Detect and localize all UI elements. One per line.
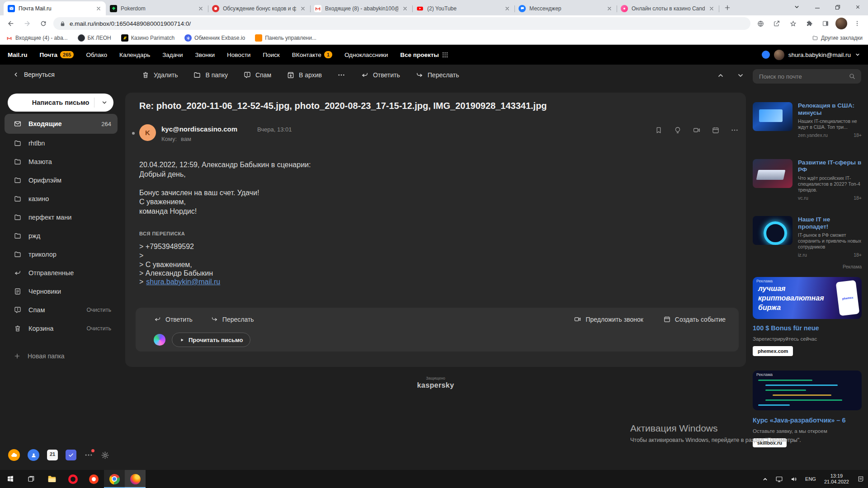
crypto-ad-banner[interactable]: Реклама лучшая криптовалютная биржа phem… bbox=[753, 277, 862, 319]
tab-close-icon[interactable] bbox=[504, 5, 510, 12]
reload-icon[interactable] bbox=[37, 17, 50, 30]
tab-close-icon[interactable] bbox=[708, 5, 715, 12]
crypto-ad-button[interactable]: phemex.com bbox=[753, 346, 793, 356]
bookmark-star-icon[interactable] bbox=[787, 17, 799, 30]
other-bookmarks[interactable]: Другие закладки bbox=[812, 35, 863, 41]
lightbulb-icon[interactable] bbox=[674, 126, 682, 134]
nav-ok[interactable]: Одноклассники bbox=[344, 52, 388, 58]
clock[interactable]: 13:19 21.04.2022 bbox=[820, 473, 854, 485]
next-letter-icon[interactable] bbox=[737, 72, 744, 79]
task-view-button[interactable] bbox=[21, 470, 42, 488]
read-letter-button[interactable]: Прочитать письмо bbox=[172, 333, 250, 347]
network-icon[interactable] bbox=[772, 470, 787, 488]
tab-close-icon[interactable] bbox=[198, 5, 204, 12]
chevron-down-icon[interactable] bbox=[101, 99, 108, 106]
tasks-icon[interactable] bbox=[66, 450, 76, 460]
tab-forum[interactable]: Обсуждение бонус кодов и фр bbox=[208, 1, 310, 15]
history-toggle[interactable]: ВСЯ ПЕРЕПИСКА bbox=[139, 231, 185, 236]
news-item[interactable]: Релокация в США: минусы Наших IT-специал… bbox=[753, 102, 862, 138]
tab-messenger[interactable]: Мессенджер bbox=[514, 1, 617, 15]
close-button[interactable] bbox=[848, 0, 868, 14]
share-icon[interactable] bbox=[770, 17, 783, 30]
tab-youtube[interactable]: (2) YouTube bbox=[412, 1, 514, 15]
contacts-icon[interactable] bbox=[28, 449, 39, 461]
more-actions-button[interactable] bbox=[337, 71, 345, 79]
sender-address-link[interactable]: shura.babykin@mail.ru bbox=[146, 278, 220, 286]
java-ad-banner[interactable]: Реклама bbox=[753, 371, 862, 410]
sidebar-item-inbox[interactable]: Входящие 264 bbox=[5, 114, 118, 134]
sidebar-item-perfect-money[interactable]: перфект мани bbox=[5, 208, 118, 226]
clear-trash-link[interactable]: Очистить bbox=[87, 325, 111, 332]
sender-email[interactable]: kyc@nordiscasino.com bbox=[161, 125, 237, 133]
settings-gear-icon[interactable] bbox=[101, 451, 109, 460]
compose-button[interactable]: Написать письмо bbox=[8, 94, 113, 112]
archive-button[interactable]: В архив bbox=[287, 71, 322, 79]
tab-close-icon[interactable] bbox=[402, 5, 408, 12]
tab-pokerdom[interactable]: Pokerdom bbox=[106, 1, 208, 15]
tab-mailru[interactable]: Почта Mail.ru bbox=[4, 1, 106, 15]
suggest-call-button[interactable]: Предложить звонок bbox=[574, 315, 643, 323]
new-tab-button[interactable] bbox=[721, 1, 734, 14]
forward-icon[interactable] bbox=[21, 17, 33, 30]
delete-button[interactable]: Удалить bbox=[142, 71, 178, 79]
cloud-icon[interactable] bbox=[8, 449, 20, 461]
tab-close-icon[interactable] bbox=[606, 5, 613, 12]
language-indicator[interactable]: ENG bbox=[802, 470, 820, 488]
new-folder-button[interactable]: Новая папка bbox=[14, 352, 65, 360]
nav-pochta[interactable]: Почта265 bbox=[40, 51, 74, 58]
news-item[interactable]: Наше IT не пропадет! IT-рынок в РФ сможе… bbox=[753, 216, 862, 258]
start-button[interactable] bbox=[0, 470, 21, 488]
tray-expand-icon[interactable] bbox=[759, 470, 772, 488]
sidebar-item-drafts[interactable]: Черновики bbox=[5, 282, 118, 300]
bookmark-gmail[interactable]: Входящие (4) - aba... bbox=[5, 34, 68, 42]
browser-profile-avatar[interactable] bbox=[835, 18, 847, 29]
footer-reply-button[interactable]: Ответить bbox=[154, 315, 193, 323]
search-input[interactable] bbox=[758, 73, 849, 80]
sidebar-item-spam[interactable]: Спам Очистить bbox=[5, 300, 118, 319]
back-to-list-button[interactable]: Вернуться bbox=[13, 71, 55, 78]
chrome-icon[interactable] bbox=[104, 470, 125, 488]
sidebar-item-rzhd[interactable]: ржд bbox=[5, 226, 118, 245]
footer-forward-button[interactable]: Переслать bbox=[211, 315, 254, 323]
bookmark-exbase[interactable]: Обменник Exbase.io bbox=[184, 34, 245, 42]
nav-oblako[interactable]: Облако bbox=[86, 52, 107, 58]
back-icon[interactable] bbox=[5, 17, 17, 30]
marusia-assistant-icon[interactable] bbox=[154, 334, 165, 346]
letter-recipients[interactable]: Кому: вам bbox=[161, 136, 191, 142]
tab-close-icon[interactable] bbox=[95, 5, 102, 12]
nav-zvonki[interactable]: Звонки bbox=[195, 52, 215, 58]
tab-candy[interactable]: Онлайн слоты в казино Candy bbox=[617, 1, 719, 15]
more-icon[interactable] bbox=[731, 126, 739, 134]
nav-vk[interactable]: ВКонтакте1 bbox=[292, 51, 332, 58]
mail-search-box[interactable] bbox=[753, 69, 861, 84]
nav-all-projects[interactable]: Все проекты bbox=[400, 52, 448, 58]
sidebar-item-rhtlbn[interactable]: rhtlbn bbox=[5, 134, 118, 152]
firefox-icon[interactable] bbox=[125, 470, 146, 488]
nav-mailru-logo[interactable]: Mail.ru bbox=[8, 52, 28, 58]
move-to-folder-button[interactable]: В папку bbox=[193, 71, 227, 79]
crypto-ad-title[interactable]: 100 $ Bonus für neue bbox=[753, 324, 819, 332]
bookmark-panel[interactable]: Панель управлени... bbox=[255, 34, 316, 42]
video-call-icon[interactable] bbox=[693, 126, 701, 134]
reply-button[interactable]: Ответить bbox=[361, 71, 400, 79]
translate-icon[interactable] bbox=[754, 17, 767, 30]
side-panel-icon[interactable] bbox=[819, 17, 832, 30]
calendar-widget-icon[interactable]: 21 bbox=[47, 450, 58, 460]
tab-close-icon[interactable] bbox=[300, 5, 306, 12]
file-explorer-icon[interactable] bbox=[42, 470, 62, 488]
unread-dot[interactable] bbox=[132, 132, 135, 135]
minimize-button[interactable] bbox=[807, 0, 827, 14]
create-event-button[interactable]: Создать событие bbox=[663, 315, 726, 323]
spam-button[interactable]: Спам bbox=[243, 71, 271, 79]
nav-poisk[interactable]: Поиск bbox=[263, 52, 279, 58]
sidebar-item-trash[interactable]: Корзина Очистить bbox=[5, 319, 118, 338]
sidebar-item-oriflame[interactable]: Орифлэйм bbox=[5, 171, 118, 189]
news-title[interactable]: Наше IT не пропадет! bbox=[798, 216, 862, 230]
prev-letter-icon[interactable] bbox=[717, 72, 724, 79]
nav-kalendar[interactable]: Календарь bbox=[119, 52, 150, 58]
account-widget[interactable]: shura.babykin@mail.ru bbox=[762, 50, 860, 60]
more-apps-icon[interactable] bbox=[84, 450, 93, 460]
sender-avatar[interactable]: K bbox=[139, 124, 156, 141]
bookmark-leon[interactable]: БК ЛЕОН bbox=[78, 34, 111, 42]
extensions-icon[interactable] bbox=[803, 17, 816, 30]
